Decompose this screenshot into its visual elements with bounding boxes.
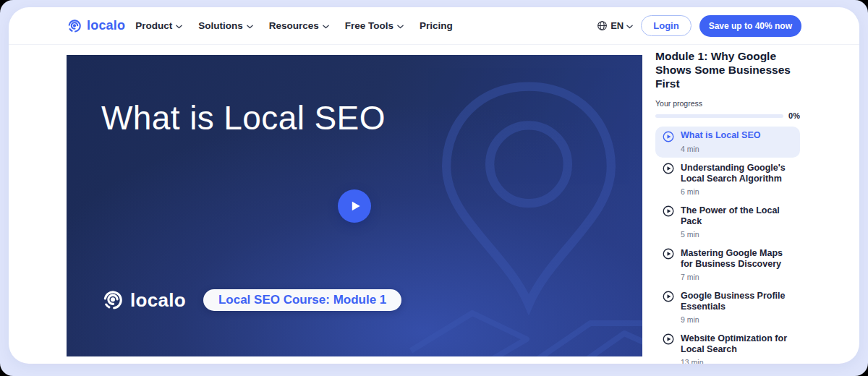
lesson-item[interactable]: Google Business Profile Essentials 9 min — [655, 287, 800, 328]
video-footer: localo Local SEO Course: Module 1 — [101, 289, 401, 312]
progress-bar-row: 0% — [655, 111, 800, 120]
language-selector[interactable]: EN — [597, 20, 633, 31]
progress-bar — [655, 114, 783, 118]
chevron-down-icon — [247, 20, 253, 31]
localo-logo[interactable]: localo — [67, 18, 125, 34]
language-label: EN — [610, 20, 624, 31]
localo-logo-icon — [67, 18, 82, 34]
page-card: localo Product Solutions — [9, 7, 859, 364]
lesson-title: Website Optimization for Local Search — [681, 333, 793, 356]
lesson-title: Google Business Profile Essentials — [681, 291, 793, 313]
login-button[interactable]: Login — [641, 15, 691, 36]
lesson-play-icon — [663, 333, 674, 345]
localo-logo-icon — [101, 289, 124, 312]
lesson-item[interactable]: The Power of the Local Pack 5 min — [655, 202, 800, 243]
globe-icon — [597, 20, 608, 31]
map-roads-icon — [404, 281, 642, 356]
play-button[interactable] — [338, 189, 371, 223]
nav-item[interactable]: Product — [135, 20, 182, 31]
course-sidebar: Module 1: Why Google Shows Some Business… — [655, 49, 800, 364]
page-background: localo Product Solutions — [0, 0, 868, 376]
progress-percent: 0% — [788, 111, 800, 120]
save-discount-button[interactable]: Save up to 40% now — [699, 15, 801, 37]
nav-item[interactable]: Resources — [269, 20, 329, 31]
nav-item-label: Solutions — [198, 20, 243, 31]
lesson-duration: 13 min — [681, 357, 793, 364]
lesson-play-icon — [663, 291, 674, 302]
top-navigation-bar: localo Product Solutions — [9, 7, 859, 45]
lesson-item[interactable]: Understanding Google's Local Search Algo… — [655, 159, 800, 200]
video-localo-logo: localo — [101, 289, 186, 312]
lesson-duration: 5 min — [681, 229, 793, 239]
lesson-play-icon — [663, 163, 674, 174]
nav-item[interactable]: Pricing — [420, 20, 453, 31]
lesson-duration: 6 min — [681, 187, 793, 197]
video-logo-text: localo — [130, 289, 186, 312]
chevron-down-icon — [323, 20, 329, 31]
nav-item-label: Pricing — [420, 20, 453, 31]
play-icon — [348, 199, 362, 213]
progress-label: Your progress — [655, 99, 800, 108]
lesson-play-icon — [663, 248, 674, 260]
lesson-title: Understanding Google's Local Search Algo… — [681, 163, 793, 185]
nav-item[interactable]: Solutions — [198, 20, 253, 31]
lesson-duration: 7 min — [681, 272, 793, 282]
module-title: Module 1: Why Google Shows Some Business… — [655, 49, 800, 90]
main-nav: Product Solutions — [135, 20, 453, 31]
lesson-duration: 4 min — [681, 144, 793, 154]
nav-item-label: Resources — [269, 20, 319, 31]
lesson-play-icon — [663, 205, 674, 217]
chevron-down-icon — [176, 20, 182, 31]
localo-logo-text: localo — [87, 18, 125, 33]
chevron-down-icon — [626, 25, 633, 29]
lesson-item[interactable]: Website Optimization for Local Search 13… — [655, 330, 800, 364]
course-module-badge: Local SEO Course: Module 1 — [203, 289, 401, 311]
video-player[interactable]: What is Local SEO localo Local SEO Cours… — [67, 55, 642, 356]
nav-item[interactable]: Free Tools — [345, 20, 404, 31]
lesson-title: What is Local SEO — [681, 130, 793, 142]
lesson-play-icon — [663, 131, 674, 142]
nav-item-label: Free Tools — [345, 20, 393, 31]
lesson-item[interactable]: What is Local SEO 4 min — [655, 127, 800, 158]
lesson-title: The Power of the Local Pack — [681, 205, 793, 228]
lesson-title: Mastering Google Maps for Business Disco… — [681, 248, 793, 270]
lesson-list: What is Local SEO 4 min Understanding Go… — [655, 127, 800, 364]
nav-item-label: Product — [135, 20, 172, 31]
lesson-item[interactable]: Mastering Google Maps for Business Disco… — [655, 244, 800, 286]
video-title: What is Local SEO — [101, 95, 386, 141]
lesson-duration: 9 min — [681, 315, 793, 325]
chevron-down-icon — [397, 20, 404, 31]
